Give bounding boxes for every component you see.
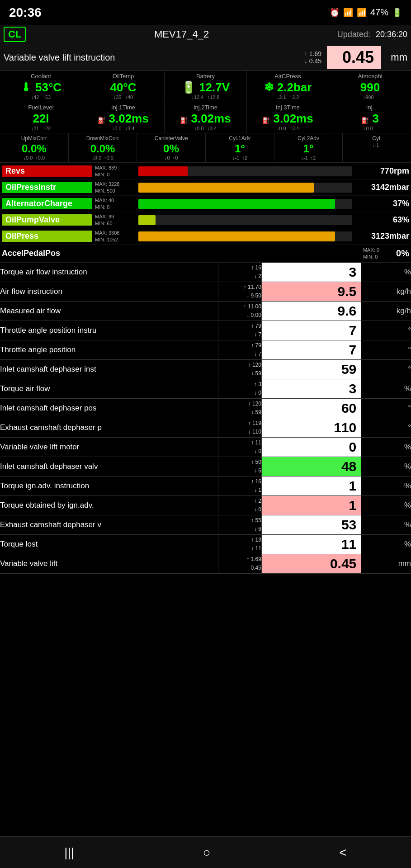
row-arrows: ↑ 16 ↓ 1 [218, 476, 261, 496]
sensor-row-1: Coolant 🌡 53°C ↓42 ↑53 OilTemp 40°C ↓35 … [0, 71, 411, 102]
row-arrows: ↑ 119 ↓ 110 [218, 418, 261, 438]
home-icon[interactable]: ○ [203, 845, 211, 860]
sensor-value: 990 [332, 80, 408, 94]
mix-sub: ↓0 ↑0 [139, 155, 203, 160]
row-value-cell: 9.6 [261, 302, 361, 321]
row-unit: % [361, 263, 411, 282]
table-row: Torque obtained by ign.adv. ↑ 2 ↓ 0 1 % [0, 496, 411, 515]
sensor-label: Atmosphl [332, 73, 408, 80]
gauge-row-3: OilPumpValve MAX: 99 MIN: 60 63% [0, 212, 411, 228]
gauge-bar-container [138, 166, 352, 176]
row-label: Exhaust camshaft dephaser p [0, 418, 218, 438]
sensor-label: Battery [167, 73, 244, 80]
accel-label: AccelPedalPos [2, 249, 360, 258]
row-arrows: ↑ 11.70 ↓ 9.50 [218, 282, 261, 302]
battery-percent: 47% [370, 7, 388, 18]
row-arrows: ↑ 120 ↓ 59 [218, 360, 261, 379]
gauge-bar-container [138, 183, 352, 193]
row-unit: % [361, 496, 411, 515]
sensor-sub: ↓0.0 ↑3.4 [85, 126, 161, 131]
row-unit: ° [361, 321, 411, 340]
mix-label: Cyl.1Adv [208, 135, 272, 142]
signal-icon: 📶 [357, 8, 367, 18]
sensor-sub: ↓21 ↑22 [3, 126, 79, 131]
row-value: 9.6 [262, 302, 361, 321]
row-unit: ° [361, 340, 411, 360]
table-row: Variable valve lift ↑ 1.69 ↓ 0.45 0.45 m… [0, 554, 411, 574]
table-row: Air flow instruction ↑ 11.70 ↓ 9.50 9.5 … [0, 282, 411, 302]
sensor-cell-r1-0: Coolant 🌡 53°C ↓42 ↑53 [0, 71, 82, 102]
row-arrows: ↑ 16 ↓ 2 [218, 263, 261, 282]
row-arrows: ↑ 1.69 ↓ 0.45 [218, 554, 261, 574]
row-arrows: ↑ 2 ↓ 0 [218, 496, 261, 515]
ecu-name: MEV17_4_2 [31, 28, 332, 40]
sensor-sub: ↓990 [332, 94, 408, 100]
sensor-label: FuelLevel [3, 104, 79, 111]
row-unit: ° [361, 418, 411, 438]
gauge-bar-container [138, 231, 352, 241]
row-value: 3 [262, 379, 361, 398]
row-value-cell: 11 [261, 535, 361, 554]
gauge-bar [138, 199, 335, 209]
sensor-value: ⛽ 3.02ms [250, 112, 326, 126]
cl-badge[interactable]: CL [4, 27, 26, 42]
row-label: Inlet camshaft dephaser valv [0, 457, 218, 476]
gauge-label: OilPress [2, 231, 92, 242]
sensor-label: AirCPress [250, 73, 326, 80]
sensor-cell-r2-2: Inj.2Time ⛽ 3.02ms ↓0.0 ↑3.4 [165, 102, 247, 133]
row-unit: % [361, 515, 411, 535]
row-arrows: ↑ 11.00 ↓ 0.00 [218, 302, 261, 321]
mix-cell-3: Cyl.1Adv 1° ↓-1 ↑2 [206, 133, 274, 162]
gauge-bar-container [138, 215, 352, 225]
sensor-sub: ↓0.0 [332, 126, 408, 131]
sensor-cell-r2-1: Inj.1Time ⛽ 3.02ms ↓0.0 ↑3.4 [82, 102, 165, 133]
table-row: Inlet camshaft dephaser pos ↑ 120 ↓ 59 6… [0, 399, 411, 418]
row-label: Throttle angle position [0, 340, 218, 360]
table-row: Inlet camshaft dephaser inst ↑ 120 ↓ 59 … [0, 360, 411, 379]
sensor-label: Inj.1Time [85, 104, 161, 111]
mix-label: Cyl.2Adv [276, 135, 341, 142]
gauge-label: OilPressInstr [2, 182, 92, 193]
row-value-cell: 1 [261, 476, 361, 496]
mix-sub: ↓-1 ↑2 [208, 155, 272, 160]
sensor-label: OilTemp [85, 73, 161, 80]
table-row: Torque lost ↑ 13 ↓ 11 11 % [0, 535, 411, 554]
sensor-cell-r2-4: Inj. ⛽ 3 ↓0.0 [329, 102, 411, 133]
row-value-cell: 1 [261, 496, 361, 515]
sensor-label: Inj.3Time [250, 104, 326, 111]
table-row: Inlet camshaft dephaser valv ↑ 50 ↓ 6 48… [0, 457, 411, 476]
row-arrows: ↑ 11 ↓ 0 [218, 438, 261, 457]
sensor-sub: ↓0.0 ↑3.4 [167, 126, 244, 131]
row-unit: % [361, 379, 411, 399]
vvl-value: 0.45 [327, 46, 381, 69]
sensor-value: 🔋 12.7V [167, 80, 244, 94]
sensor-label: Coolant [3, 73, 79, 80]
menu-icon[interactable]: ||| [64, 845, 74, 860]
row-label: Throttle angle position instru [0, 321, 218, 340]
sensor-cell-r2-3: Inj.3Time ⛽ 3.02ms ↓0.0 ↑3.4 [247, 102, 329, 133]
mix-label: UpMixCorr [2, 135, 66, 142]
mix-sub: ↓0.0 ↑0.0 [71, 155, 135, 160]
mix-value: 0.0% [2, 142, 66, 155]
row-value: 7 [262, 340, 361, 359]
sensor-value: 40°C [85, 80, 161, 94]
row-unit: ° [361, 360, 411, 379]
row-label: Variable valve lift motor [0, 438, 218, 457]
accel-max: MAX: 0 [363, 247, 379, 253]
row-unit: mm [361, 554, 411, 574]
row-label: Exhaust camshaft dephaser v [0, 515, 218, 535]
accel-min: MIN: 0 [363, 254, 379, 260]
sensor-value: ⛽ 3.02ms [167, 112, 244, 126]
mix-cell-5: Cyl. ↓-1 [343, 133, 411, 162]
gauge-bar [138, 231, 335, 241]
gauge-row-1: OilPressInstr MAX: 3228 MIN: 500 3142mba… [0, 179, 411, 196]
row-value: 0 [262, 438, 361, 457]
back-icon[interactable]: < [339, 845, 346, 860]
updated-label: Updated: [337, 30, 370, 39]
sensor-label: Inj.2Time [167, 104, 244, 111]
gauge-reading: 3142mbar [355, 183, 409, 192]
mix-label: DownMixCorr [71, 135, 135, 142]
sensor-row-2: FuelLevel 22l ↓21 ↑22 Inj.1Time ⛽ 3.02ms… [0, 102, 411, 133]
updated-time: 20:36:20 [376, 30, 407, 39]
row-value: 59 [262, 360, 361, 379]
